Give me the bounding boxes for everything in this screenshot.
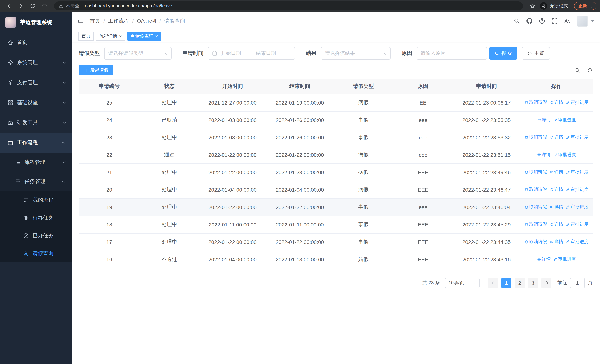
sidebar-item-todo-task[interactable]: 待办任务 <box>0 209 72 227</box>
browser-menu-icon[interactable] <box>589 3 594 9</box>
prev-page-button[interactable] <box>488 278 498 288</box>
page-button-2[interactable]: 2 <box>515 278 525 288</box>
action-progress[interactable]: 审批进度 <box>566 99 589 106</box>
sidebar-item-process-mgmt[interactable]: 流程管理 <box>0 153 72 172</box>
leave-type-select[interactable]: 请选择请假类型 <box>104 47 172 60</box>
update-button[interactable]: 更新 <box>574 2 596 10</box>
table-row[interactable]: 18处理中2022-01-11 00:00:002022-01-11 00:00… <box>79 216 593 233</box>
table-row[interactable]: 22通过2022-01-22 00:00:002022-01-22 00:00:… <box>79 146 593 163</box>
action-detail[interactable]: 详情 <box>550 187 563 193</box>
tab-2[interactable]: 请假查询× <box>127 31 161 41</box>
action-cancel[interactable]: 取消请假 <box>525 169 547 175</box>
action-progress[interactable]: 审批进度 <box>553 256 576 262</box>
action-label: 详情 <box>554 204 563 210</box>
cell-status: 处理中 <box>140 198 199 216</box>
chevron-down-icon <box>165 51 169 55</box>
breadcrumb-item[interactable]: 工作流程 <box>108 18 129 24</box>
action-detail[interactable]: 详情 <box>550 134 563 140</box>
sidebar-item-infra[interactable]: 基础设施 <box>0 93 72 113</box>
fullscreen-icon[interactable] <box>552 18 558 24</box>
sidebar-item-task-mgmt[interactable]: 任务管理 <box>0 172 72 191</box>
sidebar-collapse-icon[interactable] <box>77 18 84 24</box>
sidebar-item-my-process[interactable]: 我的流程 <box>0 191 72 209</box>
action-cancel[interactable]: 取消请假 <box>525 134 547 140</box>
action-cancel[interactable]: 取消请假 <box>525 187 547 193</box>
action-progress[interactable]: 审批进度 <box>566 169 589 175</box>
table-row[interactable]: 19处理中2022-01-22 00:00:002022-01-22 00:00… <box>79 198 593 216</box>
header-search-icon[interactable] <box>514 18 520 24</box>
table-row[interactable]: 21处理中2022-01-22 00:00:002022-01-23 00:00… <box>79 163 593 181</box>
table-row[interactable]: 16不通过2022-01-04 00:00:002022-01-13 00:00… <box>79 251 593 268</box>
result-select[interactable]: 请选择流结果 <box>321 47 391 60</box>
tab-0[interactable]: 首页 <box>78 31 94 41</box>
action-detail[interactable]: 详情 <box>537 117 551 123</box>
page-button-3[interactable]: 3 <box>528 278 538 288</box>
browser-forward-icon[interactable] <box>18 3 24 9</box>
avatar-caret-icon[interactable] <box>591 20 594 22</box>
action-progress[interactable]: 审批进度 <box>566 134 589 140</box>
action-detail[interactable]: 详情 <box>550 221 563 228</box>
next-page-button[interactable] <box>542 278 552 288</box>
table-row[interactable]: 17处理中2022-01-22 00:00:002022-01-22 00:00… <box>79 233 593 251</box>
address-bar[interactable]: 不安全 dashboard.yudao.iocoder.cn/bpm/oa/le… <box>54 1 523 10</box>
action-cancel[interactable]: 取消请假 <box>525 239 547 245</box>
action-detail[interactable]: 详情 <box>550 204 563 210</box>
table-row[interactable]: 23处理中2022-01-03 00:00:002022-01-26 00:00… <box>79 129 593 146</box>
sidebar: 芋道管理系统 首页系统管理支付管理基础设施研发工具工作流程流程管理任务管理我的流… <box>0 12 72 364</box>
action-progress[interactable]: 审批进度 <box>566 204 589 210</box>
action-label: 审批进度 <box>558 152 576 158</box>
action-progress[interactable]: 审批进度 <box>566 187 589 193</box>
close-tab-icon[interactable]: × <box>155 34 158 38</box>
apply-time-range-picker[interactable]: 开始日期 - 结束日期 <box>208 47 295 60</box>
action-detail[interactable]: 详情 <box>550 169 563 175</box>
table-row[interactable]: 25处理中2021-12-27 00:00:002022-01-19 00:00… <box>79 94 593 111</box>
action-label: 审批进度 <box>571 99 589 106</box>
action-progress[interactable]: 审批进度 <box>553 117 576 123</box>
bookmark-star-icon[interactable] <box>530 3 535 9</box>
action-cancel[interactable]: 取消请假 <box>525 99 547 106</box>
table-row[interactable]: 20处理中2022-01-04 00:00:002022-01-04 00:00… <box>79 181 593 198</box>
action-progress[interactable]: 审批进度 <box>566 221 589 228</box>
action-cancel[interactable]: 取消请假 <box>525 221 547 228</box>
sidebar-item-devtools[interactable]: 研发工具 <box>0 113 72 133</box>
reset-button[interactable]: 重置 <box>522 47 550 60</box>
font-size-icon[interactable] <box>564 18 570 24</box>
sidebar-item-payment[interactable]: 支付管理 <box>0 73 72 93</box>
action-detail[interactable]: 详情 <box>550 239 563 245</box>
action-cancel[interactable]: 取消请假 <box>525 204 547 210</box>
browser-reload-icon[interactable] <box>30 3 36 9</box>
table-search-icon[interactable] <box>575 67 580 73</box>
sidebar-item-leave-query[interactable]: 请假查询 <box>0 245 72 262</box>
action-detail[interactable]: 详情 <box>537 256 551 262</box>
action-progress[interactable]: 审批进度 <box>553 152 576 158</box>
page-size-select[interactable]: 10条/页 <box>445 278 479 288</box>
sidebar-item-home[interactable]: 首页 <box>0 33 72 53</box>
action-detail[interactable]: 详情 <box>537 152 551 158</box>
browser-back-icon[interactable] <box>6 3 12 9</box>
action-progress[interactable]: 审批进度 <box>566 239 589 245</box>
search-icon <box>495 51 500 56</box>
reason-input[interactable]: 请输入原因 <box>417 47 487 60</box>
create-leave-button[interactable]: 发起请假 <box>79 65 113 75</box>
sidebar-item-workflow[interactable]: 工作流程 <box>0 133 72 153</box>
cell-reason: EEE <box>393 251 453 268</box>
tab-label: 首页 <box>82 33 90 39</box>
breadcrumb-item[interactable]: OA 示例 <box>137 18 156 24</box>
search-button[interactable]: 搜索 <box>489 47 517 60</box>
action-detail[interactable]: 详情 <box>550 99 563 106</box>
help-icon[interactable] <box>539 18 545 24</box>
sidebar-item-system[interactable]: 系统管理 <box>0 53 72 73</box>
breadcrumb-item[interactable]: 首页 <box>90 18 100 24</box>
close-tab-icon[interactable]: × <box>119 34 122 38</box>
user-avatar[interactable] <box>577 15 588 27</box>
sidebar-item-done-task[interactable]: 已办任务 <box>0 227 72 245</box>
goto-page-input[interactable] <box>570 278 585 288</box>
github-icon[interactable] <box>526 18 533 24</box>
tab-1[interactable]: 流程详情× <box>96 31 125 41</box>
cell-reason: eee <box>393 198 453 216</box>
table-refresh-icon[interactable] <box>587 67 593 73</box>
table-row[interactable]: 24已取消2022-01-03 00:00:002022-01-26 00:00… <box>79 111 593 129</box>
action-label: 取消请假 <box>529 134 547 140</box>
browser-home-icon[interactable] <box>41 3 47 9</box>
page-button-1[interactable]: 1 <box>501 278 511 288</box>
